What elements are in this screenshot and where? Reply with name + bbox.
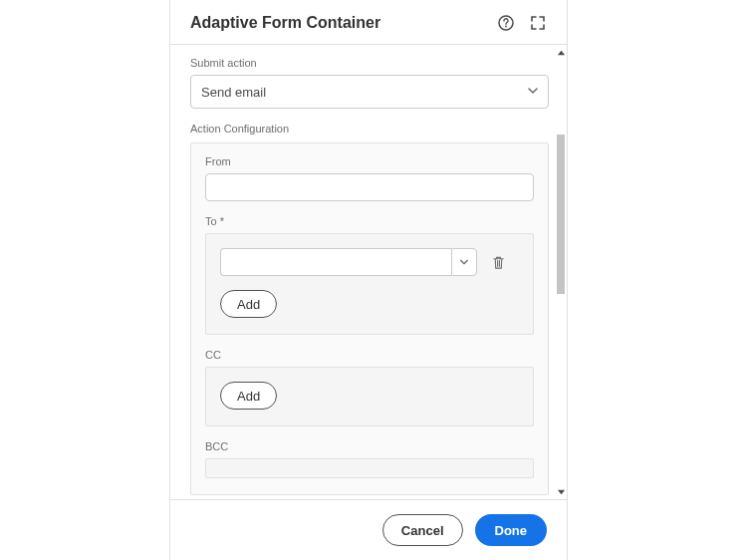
help-icon[interactable] — [497, 14, 515, 32]
scrollbar — [555, 45, 567, 499]
submit-action-label: Submit action — [190, 57, 549, 69]
svg-point-1 — [505, 26, 507, 28]
submit-action-select-wrap: Send email — [190, 75, 549, 109]
dialog-header: Adaptive Form Container — [170, 0, 567, 45]
done-button[interactable]: Done — [475, 514, 548, 546]
cc-group: Add — [205, 367, 534, 426]
dialog-panel: Adaptive Form Container Submit action Se… — [169, 0, 568, 560]
scroll-up-button[interactable] — [555, 47, 567, 59]
submit-action-selected: Send email — [201, 85, 266, 100]
scroll-content: Submit action Send email Action Configur… — [170, 45, 555, 499]
to-input[interactable] — [220, 248, 451, 276]
header-actions — [497, 14, 547, 32]
scroll-thumb[interactable] — [557, 135, 565, 294]
bcc-label: BCC — [205, 440, 534, 452]
scroll-down-button[interactable] — [555, 485, 567, 497]
submit-action-select[interactable]: Send email — [190, 75, 549, 109]
fullscreen-icon[interactable] — [529, 14, 547, 32]
cc-label: CC — [205, 349, 534, 361]
from-input[interactable] — [205, 173, 534, 201]
to-combo — [220, 248, 477, 276]
cc-add-button[interactable]: Add — [220, 382, 277, 410]
bcc-group — [205, 458, 534, 478]
cancel-button[interactable]: Cancel — [382, 514, 463, 546]
to-label: To * — [205, 215, 534, 227]
to-add-button[interactable]: Add — [220, 290, 277, 318]
to-dropdown-toggle[interactable] — [451, 248, 477, 276]
dialog-body: Submit action Send email Action Configur… — [170, 45, 567, 499]
dialog-footer: Cancel Done — [170, 499, 567, 560]
to-group: Add — [205, 233, 534, 335]
action-config-box: From To * — [190, 142, 549, 495]
delete-icon[interactable] — [489, 253, 507, 271]
chevron-down-icon — [459, 257, 469, 267]
dialog-title: Adaptive Form Container — [190, 14, 497, 32]
action-config-label: Action Configuration — [190, 123, 549, 135]
to-row — [220, 248, 519, 276]
from-label: From — [205, 155, 534, 167]
